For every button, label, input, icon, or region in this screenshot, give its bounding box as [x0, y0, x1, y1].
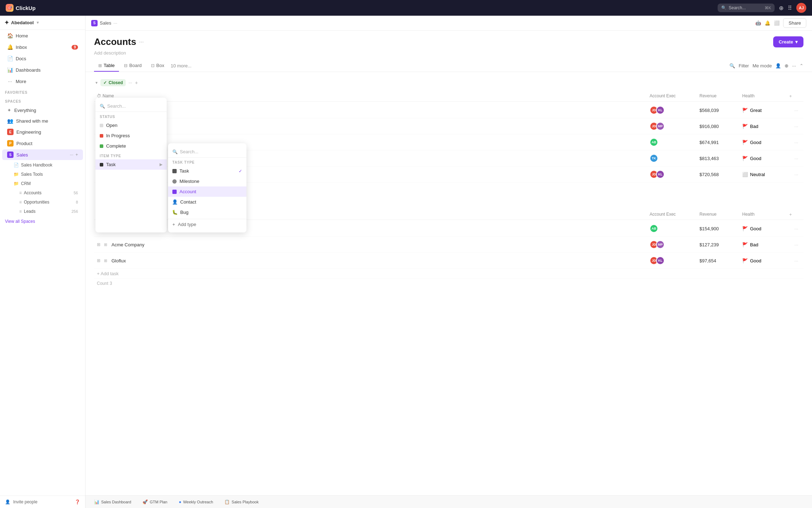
row-actions-1[interactable]: ··· — [789, 108, 803, 113]
layers-icon[interactable]: ⊕ — [785, 63, 788, 68]
row-actions-5[interactable]: ··· — [789, 172, 803, 177]
app-logo[interactable]: 🎯 ClickUp — [6, 4, 713, 12]
task-type-item[interactable]: Task ▶ — [95, 159, 167, 170]
view-all-spaces[interactable]: View all Spaces — [0, 216, 85, 227]
sidebar-item-leads[interactable]: ≡ Leads 256 — [2, 207, 83, 216]
breadcrumb-sales[interactable]: S Sales ··· — [91, 20, 117, 26]
row-actions-g[interactable]: ··· — [789, 258, 803, 263]
collapse-button[interactable]: ⌃ — [800, 63, 803, 68]
sidebar-item-more[interactable]: ··· More — [2, 76, 83, 87]
dashboards-label: Dashboards — [16, 67, 41, 73]
avatar-group-4: TK — [650, 154, 658, 163]
search-bar[interactable]: 🔍 Search... ⌘K — [718, 4, 775, 12]
sidebar-item-sales[interactable]: S Sales ··· + — [2, 149, 83, 160]
table-tab-label: Table — [104, 63, 115, 68]
tab-box[interactable]: ⊡ Box — [147, 60, 168, 72]
sales-playbook-icon: 📋 — [224, 499, 230, 504]
plus-circle-icon[interactable]: ⊕ — [779, 5, 784, 11]
row-actions-s1[interactable]: ··· — [789, 226, 803, 231]
tab-board[interactable]: ⊟ Board — [120, 60, 146, 72]
help-icon[interactable]: ❓ — [75, 499, 80, 504]
task-type-bug[interactable]: 🐛 Bug — [168, 207, 246, 217]
notification-icon[interactable]: 🔔 — [765, 20, 770, 26]
group-menu-closed[interactable]: ··· — [129, 80, 132, 85]
bug-icon: 🐛 — [172, 210, 177, 215]
inbox-icon: 🔔 — [7, 44, 13, 50]
row-actions-4[interactable]: ··· — [789, 156, 803, 161]
col-header-add-2[interactable]: + — [789, 212, 803, 217]
sidebar-item-accounts[interactable]: ≡ Accounts 56 — [2, 189, 83, 197]
sidebar-item-docs[interactable]: 📄 Docs — [2, 53, 83, 64]
row-actions-2[interactable]: ··· — [789, 124, 803, 129]
row-revenue-3: $674,991 — [697, 138, 739, 147]
sidebar-item-opportunities[interactable]: ≡ Opportunities 8 — [2, 198, 83, 206]
tab-more[interactable]: 10 more... — [171, 63, 192, 68]
avatar-group-2: JD MP — [650, 122, 665, 130]
group-status-closed[interactable]: ✓ Closed — [100, 79, 126, 86]
group-collapse-closed[interactable]: ▾ — [95, 80, 98, 85]
sidebar-item-engineering[interactable]: E Engineering — [2, 127, 83, 137]
sidebar-item-shared[interactable]: 👥 Shared with me — [2, 116, 83, 126]
status-open-item[interactable]: Open — [95, 120, 167, 130]
acme-name[interactable]: Acme Company — [111, 242, 144, 247]
toolbar-more[interactable]: ··· — [792, 63, 796, 68]
sidebar-item-crm[interactable]: 📁 CRM — [2, 179, 83, 188]
page-title-dots[interactable]: ··· — [139, 39, 144, 45]
filter-button[interactable]: Filter — [739, 63, 749, 68]
more-label: More — [16, 79, 26, 84]
me-mode-button[interactable]: Me mode — [753, 63, 772, 68]
col-header-add[interactable]: + — [789, 93, 803, 99]
task-type-account[interactable]: Account — [168, 186, 246, 197]
add-task-row[interactable]: + Add task — [94, 269, 803, 279]
bot-icon[interactable]: 🤖 — [755, 20, 761, 26]
tab-table[interactable]: ⊞ Table — [94, 60, 119, 72]
avatar-2b: MP — [656, 122, 665, 130]
user-avatar[interactable]: AJ — [796, 3, 806, 13]
sidebar-item-home[interactable]: 🏠 Home — [2, 30, 83, 41]
row-actions-a[interactable]: ··· — [789, 242, 803, 247]
sidebar-item-tools[interactable]: 📁 Sales Tools — [2, 170, 83, 179]
task-type-task[interactable]: Task ✓ — [168, 166, 246, 176]
search-toolbar-icon[interactable]: 🔍 — [729, 63, 735, 68]
create-button[interactable]: Create ▾ — [773, 36, 803, 47]
everything-label: Everything — [14, 108, 36, 113]
page-title: Accounts — [94, 36, 136, 47]
sales-actions: ··· + — [70, 152, 78, 157]
sales-options[interactable]: ··· — [70, 152, 73, 157]
breadcrumb-space-name: Sales — [100, 20, 111, 26]
status-complete-item[interactable]: Complete — [95, 141, 167, 151]
bottom-tab-sales-dashboard[interactable]: 📊 Sales Dashboard — [91, 498, 134, 506]
bottom-tab-sales-playbook[interactable]: 📋 Sales Playbook — [222, 498, 261, 506]
sidebar-item-dashboards[interactable]: 📊 Dashboards — [2, 65, 83, 75]
task-type-search[interactable]: 🔍 — [168, 146, 246, 158]
status-search-input[interactable] — [107, 103, 167, 109]
workspace-header[interactable]: ✦ Abedatool ▾ — [0, 16, 85, 30]
task-type-milestone[interactable]: Milestone — [168, 176, 246, 186]
invite-people[interactable]: 👤 Invite people ❓ — [0, 496, 85, 508]
sidebar-item-handbook[interactable]: 📄 Sales Handbook — [2, 161, 83, 169]
grid-icon[interactable]: ⠿ — [788, 5, 792, 11]
row-actions-3[interactable]: ··· — [789, 140, 803, 145]
home-icon: 🏠 — [7, 33, 13, 39]
sales-add[interactable]: + — [76, 152, 78, 157]
sidebar-item-product[interactable]: P Product — [2, 138, 83, 149]
health-flag-1: 🚩 — [742, 108, 748, 113]
handbook-icon: 📄 — [14, 163, 19, 168]
task-type-contact[interactable]: 👤 Contact — [168, 197, 246, 207]
layout-icon[interactable]: ⬜ — [774, 20, 780, 26]
task-type-search-input[interactable] — [180, 149, 242, 154]
status-in-progress-item[interactable]: In Progress — [95, 130, 167, 141]
add-description[interactable]: Add description — [94, 50, 803, 56]
add-type-button[interactable]: + Add type — [168, 219, 246, 230]
people-icon[interactable]: 👤 — [775, 63, 781, 68]
status-search[interactable]: 🔍 — [95, 101, 167, 112]
sidebar-item-inbox[interactable]: 🔔 Inbox 9 — [2, 42, 83, 52]
group-add-closed[interactable]: + — [135, 80, 138, 86]
gloflux-name[interactable]: Gloflux — [111, 258, 126, 263]
breadcrumb-dots[interactable]: ··· — [114, 20, 118, 26]
bottom-tab-weekly-outreach[interactable]: ● Weekly Outreach — [176, 498, 216, 506]
bottom-tab-gtm-plan[interactable]: 🚀 GTM Plan — [140, 498, 170, 506]
favorites-label: FAVORITES — [0, 87, 85, 96]
share-button[interactable]: Share — [783, 18, 806, 28]
sidebar-item-everything[interactable]: ✦ Everything — [2, 105, 83, 115]
